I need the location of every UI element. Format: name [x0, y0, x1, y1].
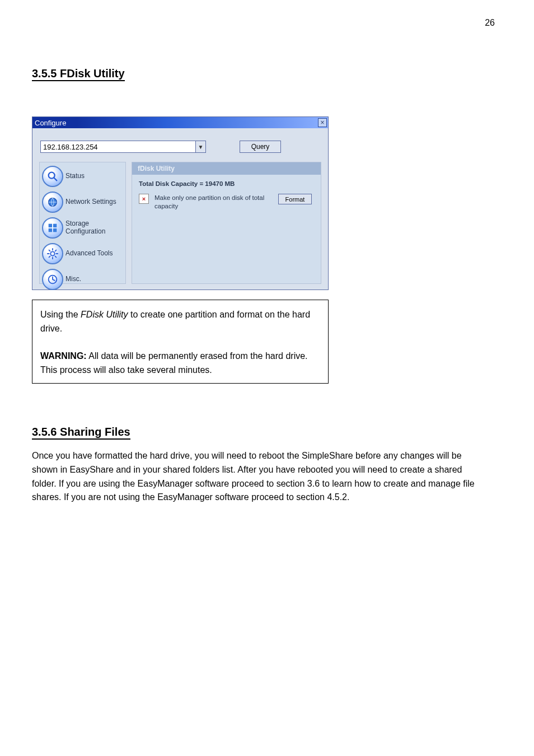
svg-rect-4	[53, 224, 57, 227]
partition-text: Make only one partition on disk of total…	[154, 194, 275, 211]
info-box: Using the FDisk Utility to create one pa…	[32, 300, 329, 384]
svg-rect-5	[49, 228, 52, 232]
sidebar-item-label: Advanced Tools	[65, 250, 113, 258]
section-title-fdisk: 3.5.5 FDisk Utility	[32, 67, 125, 80]
sidebar-item-label: Storage Configuration	[65, 220, 123, 236]
query-button[interactable]: Query	[240, 141, 281, 153]
page-number: 26	[485, 18, 495, 28]
gear-icon	[42, 243, 63, 264]
panel-header: fDisk Utility	[132, 162, 321, 175]
sidebar-item-misc[interactable]: Misc.	[42, 269, 123, 290]
sidebar-item-label: Network Settings	[65, 198, 116, 206]
capacity-text: Total Disk Capacity = 19470 MB	[139, 180, 314, 187]
toolbar: ▼ Query	[32, 128, 328, 158]
sidebar-item-label: Status	[65, 172, 85, 180]
ip-dropdown[interactable]: ▼	[40, 141, 206, 153]
globe-icon	[42, 192, 63, 213]
broken-image-icon: ×	[139, 194, 149, 204]
svg-rect-3	[49, 224, 52, 227]
grid-icon	[42, 217, 63, 239]
svg-line-1	[54, 178, 57, 180]
titlebar: Configure ×	[32, 117, 328, 128]
fdisk-panel: fDisk Utility Total Disk Capacity = 1947…	[132, 162, 321, 284]
section-title-sharing: 3.5.6 Sharing Files	[32, 426, 130, 438]
clock-icon	[42, 269, 63, 290]
magnifier-icon	[42, 166, 63, 187]
format-button[interactable]: Format	[278, 194, 312, 204]
sidebar-item-status[interactable]: Status	[42, 166, 123, 187]
info-warning: WARNING: All data will be permanently er…	[40, 349, 320, 377]
window-title: Configure	[35, 119, 66, 127]
section2-paragraph: Once you have formatted the hard drive, …	[32, 449, 480, 505]
sidebar-item-advanced[interactable]: Advanced Tools	[42, 243, 123, 264]
chevron-down-icon[interactable]: ▼	[196, 141, 206, 153]
info-line-1: Using the FDisk Utility to create one pa…	[40, 308, 320, 336]
sidebar-item-label: Misc.	[65, 276, 81, 283]
svg-rect-6	[53, 228, 57, 232]
window-body: Status Network Settings Storage Configur…	[32, 158, 328, 284]
configure-window: Configure × ▼ Query Status Network Setti…	[32, 116, 329, 290]
sidebar-item-network[interactable]: Network Settings	[42, 192, 123, 213]
close-icon[interactable]: ×	[318, 118, 327, 127]
ip-input[interactable]	[40, 141, 196, 153]
sidebar: Status Network Settings Storage Configur…	[39, 162, 126, 284]
panel-body: Total Disk Capacity = 19470 MB × Make on…	[132, 175, 321, 216]
svg-point-7	[50, 251, 54, 255]
sidebar-item-storage[interactable]: Storage Configuration	[42, 217, 123, 239]
